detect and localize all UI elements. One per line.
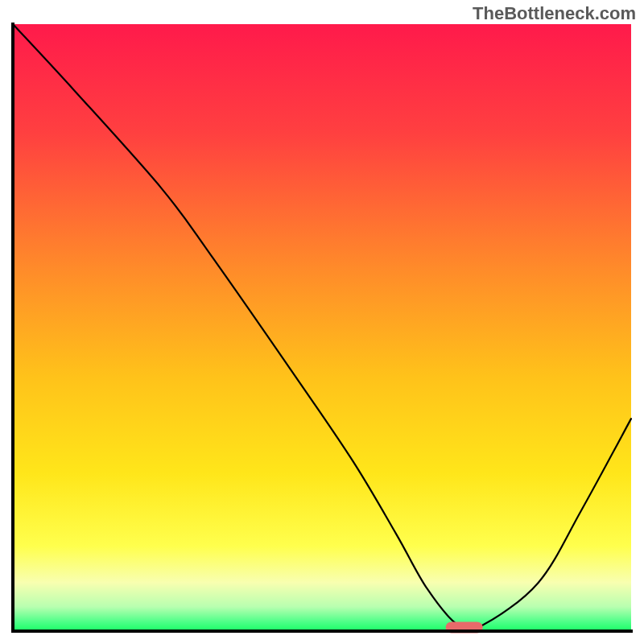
bottleneck-chart: TheBottleneck.com — [0, 0, 644, 644]
chart-svg — [0, 0, 644, 644]
chart-background — [13, 24, 631, 631]
watermark-text: TheBottleneck.com — [473, 3, 636, 24]
